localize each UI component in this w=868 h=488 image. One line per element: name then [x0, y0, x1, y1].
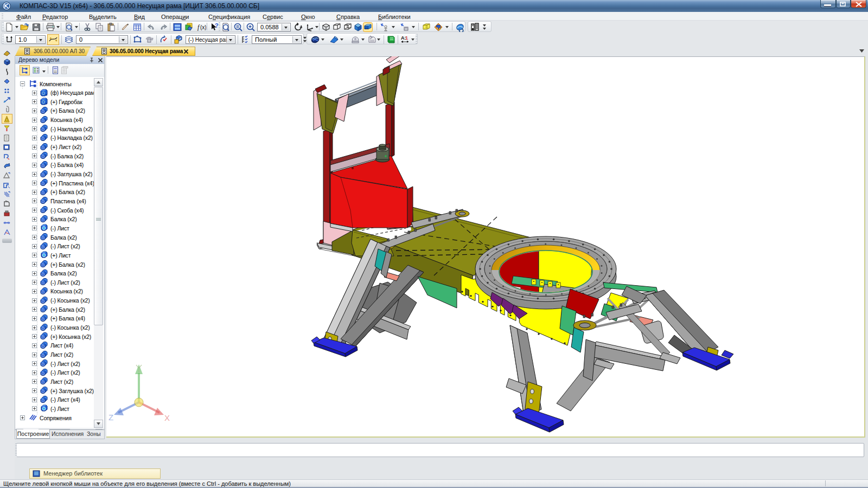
- svg-text:X: X: [164, 413, 170, 422]
- svg-text:(x): (x): [200, 24, 206, 30]
- svg-text:1: 1: [405, 35, 408, 41]
- svg-text:Z: Z: [108, 413, 113, 422]
- svg-text:?: ?: [215, 22, 219, 29]
